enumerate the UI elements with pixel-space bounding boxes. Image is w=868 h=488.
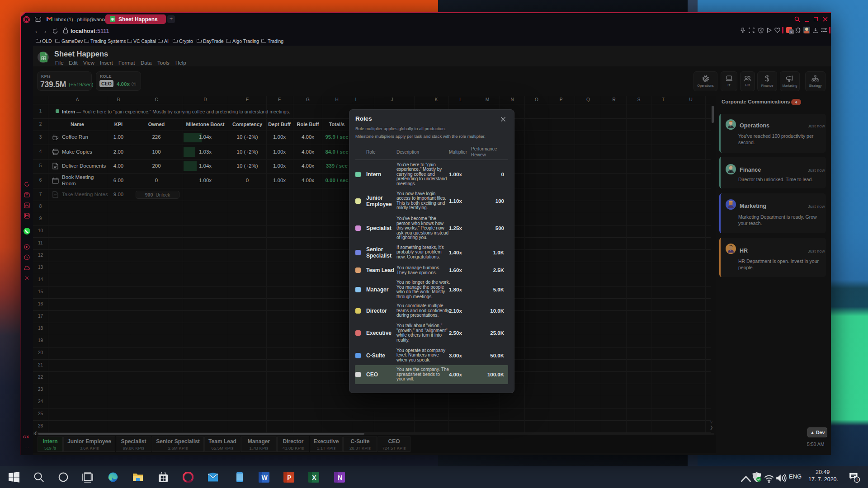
svg-text:1: 1 [856,478,858,482]
svg-text:P: P [287,474,291,481]
svg-text:N: N [338,474,342,481]
svg-text:W: W [261,474,268,481]
svg-text:X: X [312,474,316,481]
